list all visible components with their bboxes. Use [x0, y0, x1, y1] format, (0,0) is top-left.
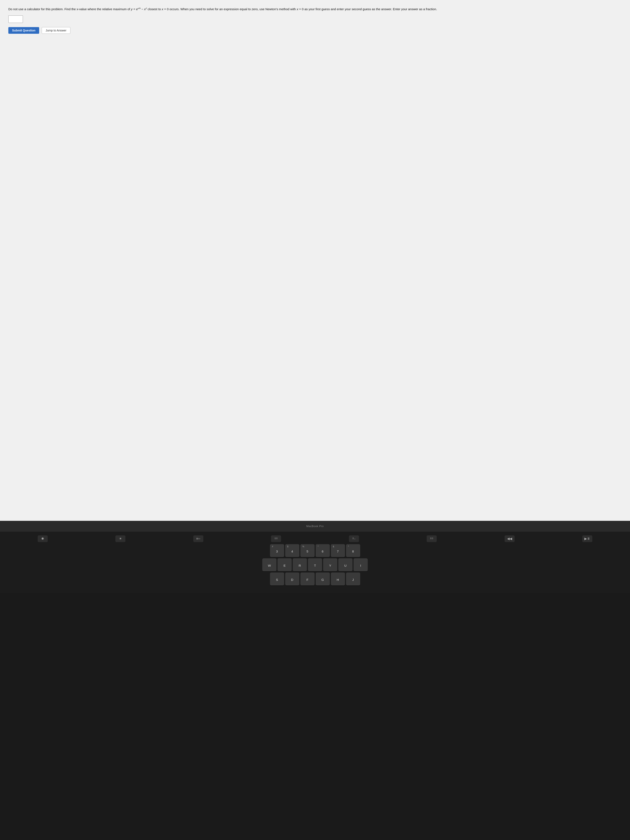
key-s[interactable]: S	[270, 573, 284, 586]
key-t[interactable]: T	[308, 558, 322, 571]
key-w[interactable]: W	[262, 558, 276, 571]
key-3[interactable]: # 3	[270, 544, 284, 557]
brightness-down-key[interactable]: ✺	[38, 535, 48, 542]
answer-input[interactable]	[8, 16, 23, 23]
launchpad-key[interactable]: ⠿⠿	[271, 535, 281, 542]
macbook-label-bar: MacBook Pro	[0, 521, 630, 532]
qwerty-key-row: W E R T Y U I	[2, 558, 628, 571]
function-key-row: ✺ ☀ ⊞▭ ⠿⠿ ⠿⠤ ⠿⠿ ◀◀ ▶⏸	[2, 535, 628, 542]
key-4[interactable]: $ 4	[285, 544, 299, 557]
key-g[interactable]: G	[316, 573, 330, 586]
kbd-brightness-up-key[interactable]: ⠿⠿	[427, 535, 437, 542]
button-row: Submit Question Jump to Answer	[8, 27, 622, 34]
key-h[interactable]: H	[331, 573, 345, 586]
key-r[interactable]: R	[293, 558, 307, 571]
submit-question-button[interactable]: Submit Question	[8, 27, 39, 34]
keyboard: ✺ ☀ ⊞▭ ⠿⠿ ⠿⠤ ⠿⠿ ◀◀ ▶⏸ # 3 $ 4	[0, 532, 630, 593]
screen-area: Do not use a calculator for this problem…	[0, 0, 630, 521]
key-6[interactable]: ^ 6	[316, 544, 330, 557]
key-i[interactable]: I	[354, 558, 368, 571]
key-f[interactable]: F	[300, 573, 314, 586]
key-j[interactable]: J	[346, 573, 360, 586]
problem-text: Do not use a calculator for this problem…	[8, 7, 591, 12]
key-u[interactable]: U	[338, 558, 352, 571]
equation: y = ex/6 − x2	[131, 7, 148, 11]
key-5[interactable]: % 5	[300, 544, 314, 557]
macbook-pro-label: MacBook Pro	[306, 524, 324, 528]
number-key-row: # 3 $ 4 % 5 ^ 6 & 7 * 8	[2, 544, 628, 557]
asdf-key-row: S D F G H J	[2, 573, 628, 586]
key-d[interactable]: D	[285, 573, 299, 586]
brightness-up-key[interactable]: ☀	[115, 535, 125, 542]
key-7[interactable]: & 7	[331, 544, 345, 557]
key-8[interactable]: * 8	[346, 544, 360, 557]
mission-control-key[interactable]: ⊞▭	[193, 535, 203, 542]
rewind-key[interactable]: ◀◀	[505, 535, 515, 542]
kbd-brightness-down-key[interactable]: ⠿⠤	[349, 535, 359, 542]
play-pause-key[interactable]: ▶⏸	[582, 535, 592, 542]
key-y[interactable]: Y	[323, 558, 337, 571]
key-e[interactable]: E	[278, 558, 292, 571]
jump-to-answer-button[interactable]: Jump to Answer	[42, 27, 70, 34]
